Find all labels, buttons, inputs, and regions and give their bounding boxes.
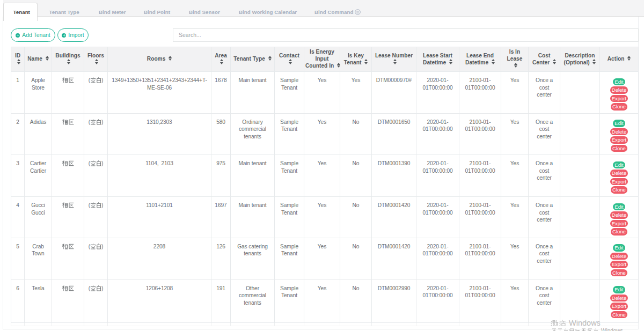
- svg-text:Windows: Windows: [601, 328, 623, 331]
